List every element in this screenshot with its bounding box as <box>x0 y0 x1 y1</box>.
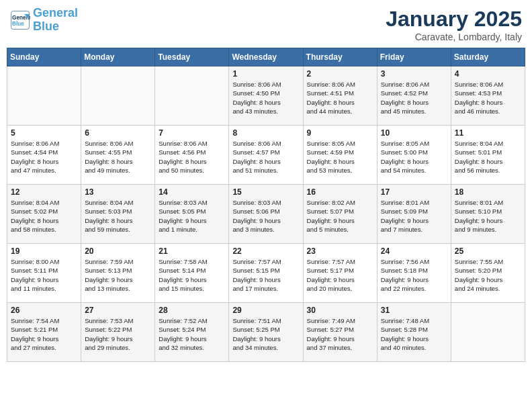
day-info: Sunrise: 7:53 AM Sunset: 5:22 PM Dayligh… <box>85 316 151 352</box>
day-info: Sunrise: 8:04 AM Sunset: 5:03 PM Dayligh… <box>85 198 151 234</box>
calendar-cell: 29Sunrise: 7:51 AM Sunset: 5:25 PM Dayli… <box>229 303 303 362</box>
day-number: 26 <box>11 306 77 315</box>
calendar-cell: 28Sunrise: 7:52 AM Sunset: 5:24 PM Dayli… <box>155 303 229 362</box>
day-number: 9 <box>307 128 373 138</box>
week-row-1: 1Sunrise: 8:06 AM Sunset: 4:50 PM Daylig… <box>7 66 525 126</box>
day-number: 20 <box>85 246 151 256</box>
week-row-2: 5Sunrise: 8:06 AM Sunset: 4:54 PM Daylig… <box>7 126 525 185</box>
day-number: 17 <box>381 187 447 197</box>
calendar-cell: 9Sunrise: 8:05 AM Sunset: 4:59 PM Daylig… <box>303 126 377 185</box>
day-info: Sunrise: 8:02 AM Sunset: 5:07 PM Dayligh… <box>307 198 373 234</box>
day-number: 18 <box>455 187 521 197</box>
weekday-header-tuesday: Tuesday <box>155 48 229 66</box>
calendar-cell: 10Sunrise: 8:05 AM Sunset: 5:00 PM Dayli… <box>377 126 451 185</box>
day-number: 13 <box>85 187 151 197</box>
day-info: Sunrise: 8:05 AM Sunset: 4:59 PM Dayligh… <box>307 139 373 175</box>
calendar-cell: 16Sunrise: 8:02 AM Sunset: 5:07 PM Dayli… <box>303 185 377 244</box>
calendar-cell: 22Sunrise: 7:57 AM Sunset: 5:15 PM Dayli… <box>229 244 303 303</box>
day-info: Sunrise: 8:06 AM Sunset: 4:57 PM Dayligh… <box>232 139 299 175</box>
day-info: Sunrise: 8:00 AM Sunset: 5:11 PM Dayligh… <box>11 257 77 293</box>
day-info: Sunrise: 8:06 AM Sunset: 4:52 PM Dayligh… <box>381 80 447 116</box>
weekday-header-wednesday: Wednesday <box>229 48 303 66</box>
week-row-5: 26Sunrise: 7:54 AM Sunset: 5:21 PM Dayli… <box>7 303 525 362</box>
calendar-cell: 26Sunrise: 7:54 AM Sunset: 5:21 PM Dayli… <box>7 303 81 362</box>
day-number: 22 <box>232 246 299 256</box>
day-info: Sunrise: 8:06 AM Sunset: 4:56 PM Dayligh… <box>159 139 225 175</box>
calendar-cell <box>81 66 155 126</box>
day-number: 6 <box>85 128 151 138</box>
calendar-cell: 17Sunrise: 8:01 AM Sunset: 5:09 PM Dayli… <box>377 185 451 244</box>
title-block: January 2025 Caravate, Lombardy, Italy <box>386 7 522 42</box>
day-info: Sunrise: 8:04 AM Sunset: 5:02 PM Dayligh… <box>11 198 77 234</box>
calendar-cell: 18Sunrise: 8:01 AM Sunset: 5:10 PM Dayli… <box>451 185 525 244</box>
calendar-cell: 27Sunrise: 7:53 AM Sunset: 5:22 PM Dayli… <box>81 303 155 362</box>
day-number: 4 <box>455 69 521 79</box>
calendar-cell: 7Sunrise: 8:06 AM Sunset: 4:56 PM Daylig… <box>155 126 229 185</box>
calendar-cell: 8Sunrise: 8:06 AM Sunset: 4:57 PM Daylig… <box>229 126 303 185</box>
calendar-cell: 19Sunrise: 8:00 AM Sunset: 5:11 PM Dayli… <box>7 244 81 303</box>
weekday-header-row: SundayMondayTuesdayWednesdayThursdayFrid… <box>7 48 525 66</box>
day-info: Sunrise: 8:06 AM Sunset: 4:51 PM Dayligh… <box>307 80 373 116</box>
calendar-cell <box>155 66 229 126</box>
day-number: 30 <box>307 306 373 315</box>
weekday-header-sunday: Sunday <box>7 48 81 66</box>
day-info: Sunrise: 7:56 AM Sunset: 5:18 PM Dayligh… <box>381 257 447 293</box>
day-info: Sunrise: 8:06 AM Sunset: 4:54 PM Dayligh… <box>11 139 77 175</box>
calendar-cell: 23Sunrise: 7:57 AM Sunset: 5:17 PM Dayli… <box>303 244 377 303</box>
svg-text:Blue: Blue <box>12 20 24 26</box>
calendar-cell: 6Sunrise: 8:06 AM Sunset: 4:55 PM Daylig… <box>81 126 155 185</box>
day-number: 23 <box>307 246 373 256</box>
day-number: 12 <box>11 187 77 197</box>
day-info: Sunrise: 8:05 AM Sunset: 5:00 PM Dayligh… <box>381 139 447 175</box>
location: Caravate, Lombardy, Italy <box>386 32 522 42</box>
logo-general: General <box>33 6 78 19</box>
month-title: January 2025 <box>386 7 522 32</box>
day-number: 8 <box>232 128 299 138</box>
day-info: Sunrise: 7:51 AM Sunset: 5:25 PM Dayligh… <box>232 316 299 352</box>
calendar-cell <box>451 303 525 362</box>
day-number: 25 <box>455 246 521 256</box>
day-number: 24 <box>381 246 447 256</box>
weekday-header-friday: Friday <box>377 48 451 66</box>
calendar-cell: 14Sunrise: 8:03 AM Sunset: 5:05 PM Dayli… <box>155 185 229 244</box>
calendar-cell: 4Sunrise: 8:06 AM Sunset: 4:53 PM Daylig… <box>451 66 525 126</box>
day-info: Sunrise: 7:58 AM Sunset: 5:14 PM Dayligh… <box>159 257 225 293</box>
logo-blue: Blue <box>33 19 59 33</box>
day-info: Sunrise: 7:48 AM Sunset: 5:28 PM Dayligh… <box>381 316 447 352</box>
day-number: 3 <box>381 69 447 79</box>
calendar-cell: 31Sunrise: 7:48 AM Sunset: 5:28 PM Dayli… <box>377 303 451 362</box>
day-info: Sunrise: 7:54 AM Sunset: 5:21 PM Dayligh… <box>11 316 77 352</box>
day-number: 28 <box>159 306 225 315</box>
day-info: Sunrise: 7:59 AM Sunset: 5:13 PM Dayligh… <box>85 257 151 293</box>
weekday-header-thursday: Thursday <box>303 48 377 66</box>
day-number: 31 <box>381 306 447 315</box>
calendar-cell: 30Sunrise: 7:49 AM Sunset: 5:27 PM Dayli… <box>303 303 377 362</box>
day-number: 2 <box>307 69 373 79</box>
calendar-cell: 12Sunrise: 8:04 AM Sunset: 5:02 PM Dayli… <box>7 185 81 244</box>
day-number: 10 <box>381 128 447 138</box>
day-number: 7 <box>159 128 225 138</box>
day-info: Sunrise: 7:57 AM Sunset: 5:15 PM Dayligh… <box>232 257 299 293</box>
calendar-cell: 3Sunrise: 8:06 AM Sunset: 4:52 PM Daylig… <box>377 66 451 126</box>
day-number: 19 <box>11 246 77 256</box>
logo-text: General Blue <box>33 7 78 34</box>
logo-icon: General Blue <box>10 10 30 30</box>
day-info: Sunrise: 7:55 AM Sunset: 5:20 PM Dayligh… <box>455 257 521 293</box>
day-info: Sunrise: 8:06 AM Sunset: 4:53 PM Dayligh… <box>455 80 521 116</box>
calendar-cell: 13Sunrise: 8:04 AM Sunset: 5:03 PM Dayli… <box>81 185 155 244</box>
day-number: 1 <box>232 69 299 79</box>
page-header: General Blue General Blue January 2025 C… <box>7 7 525 42</box>
calendar-cell: 24Sunrise: 7:56 AM Sunset: 5:18 PM Dayli… <box>377 244 451 303</box>
calendar-cell: 1Sunrise: 8:06 AM Sunset: 4:50 PM Daylig… <box>229 66 303 126</box>
weekday-header-monday: Monday <box>81 48 155 66</box>
day-number: 15 <box>232 187 299 197</box>
logo: General Blue General Blue <box>10 7 78 34</box>
day-info: Sunrise: 8:03 AM Sunset: 5:05 PM Dayligh… <box>159 198 225 234</box>
day-number: 27 <box>85 306 151 315</box>
day-number: 21 <box>159 246 225 256</box>
calendar-cell: 2Sunrise: 8:06 AM Sunset: 4:51 PM Daylig… <box>303 66 377 126</box>
calendar-cell: 11Sunrise: 8:04 AM Sunset: 5:01 PM Dayli… <box>451 126 525 185</box>
day-number: 14 <box>159 187 225 197</box>
weekday-header-saturday: Saturday <box>451 48 525 66</box>
calendar-cell: 20Sunrise: 7:59 AM Sunset: 5:13 PM Dayli… <box>81 244 155 303</box>
